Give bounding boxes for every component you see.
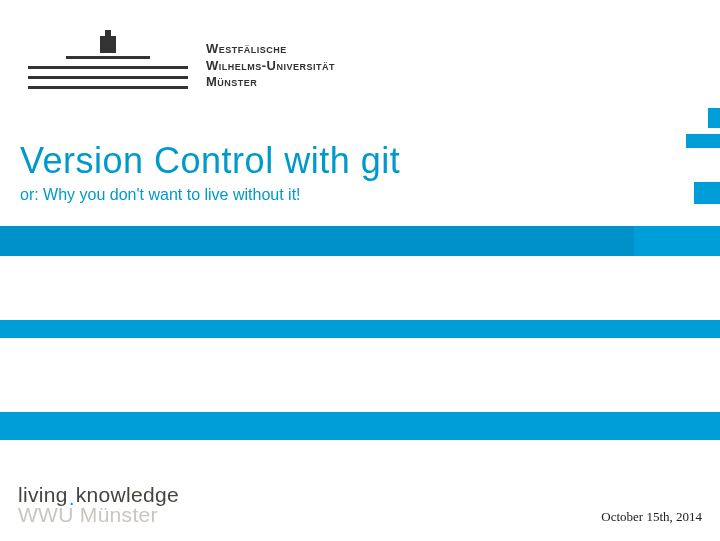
university-name-line3: Münster (206, 74, 335, 90)
header: Westfälische Wilhelms-Universität Münste… (28, 26, 335, 90)
accent-bar-icon (694, 182, 720, 204)
title-block: Version Control with git or: Why you don… (20, 140, 400, 204)
slide-title: Version Control with git (20, 140, 400, 182)
divider-bar-overlay-icon (0, 226, 634, 256)
divider-bar-icon (0, 412, 720, 440)
university-name-line1: Westfälische (206, 41, 335, 57)
slide: Westfälische Wilhelms-Universität Münste… (0, 0, 720, 541)
footer-left: living.knowledge WWU Münster (18, 483, 179, 527)
accent-bar-icon (708, 108, 720, 128)
university-name: Westfälische Wilhelms-Universität Münste… (206, 41, 335, 90)
accent-bar-icon (686, 134, 720, 148)
divider-bar-icon (0, 320, 720, 338)
slide-subtitle: or: Why you don't want to live without i… (20, 186, 400, 204)
wwu-logo-icon (28, 26, 188, 90)
footer-date: October 15th, 2014 (601, 509, 702, 525)
university-name-line2: Wilhelms-Universität (206, 58, 335, 74)
dot-icon: . (68, 486, 76, 509)
institution: WWU Münster (18, 503, 179, 527)
